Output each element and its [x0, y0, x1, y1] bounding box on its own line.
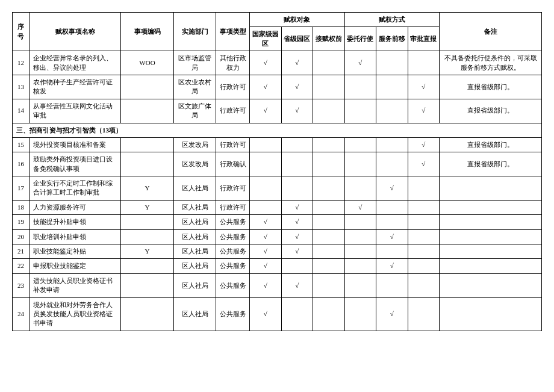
cell-obj1: √ [250, 99, 282, 123]
authority-table: 序号 赋权事项名称 事项编码 实施部门 事项类型 赋权对象 赋权方式 备注 国家… [12, 12, 542, 331]
table-row: 16鼓励类外商投资项目进口设备免税确认事项区发改局行政确认√直报省级部门。 [13, 152, 542, 176]
cell-note: 直报省级部门。 [440, 152, 542, 176]
cell-m2 [376, 99, 408, 123]
cell-m3 [408, 259, 440, 273]
cell-obj1 [250, 176, 282, 201]
cell-m2 [376, 244, 408, 259]
cell-obj2: √ [281, 99, 313, 123]
cell-code [121, 297, 174, 331]
cell-seq: 17 [13, 176, 30, 201]
table-row: 12企业经营异常名录的列入、移出、异议的处理WOO区市场监管局其他行政权力√√√… [13, 51, 542, 75]
header-obj-group: 赋权对象 [250, 13, 345, 27]
cell-obj2: √ [281, 75, 313, 99]
cell-obj2 [281, 176, 313, 201]
cell-m1: √ [344, 200, 376, 214]
cell-note [440, 297, 542, 331]
header-obj3: 接赋权前 [313, 27, 345, 51]
cell-code: WOO [121, 51, 174, 75]
cell-note [440, 259, 542, 273]
cell-obj1: √ [250, 244, 282, 259]
cell-code: Y [121, 200, 174, 214]
cell-code [121, 137, 174, 152]
cell-dept: 区文旅广体局 [174, 99, 216, 123]
cell-m3: √ [408, 99, 440, 123]
cell-obj3 [313, 99, 345, 123]
cell-seq: 14 [13, 99, 30, 123]
cell-m1: √ [344, 51, 376, 75]
cell-code [121, 215, 174, 229]
cell-obj3 [313, 137, 345, 152]
cell-type: 行政许可 [216, 137, 250, 152]
table-row: 22申报职业技能鉴定区人社局公共服务√√ [13, 259, 542, 273]
table-row: 21职业技能鉴定补贴Y区人社局公共服务√√ [13, 244, 542, 259]
cell-code: Y [121, 244, 174, 259]
cell-type: 行政许可 [216, 99, 250, 123]
cell-obj1: √ [250, 215, 282, 229]
cell-obj2: √ [281, 273, 313, 297]
cell-code [121, 229, 174, 244]
cell-name: 企业实行不定时工作制和综合计算工时工作制审批 [30, 176, 121, 201]
cell-m1 [344, 176, 376, 201]
cell-seq: 24 [13, 297, 30, 331]
cell-dept: 区人社局 [174, 176, 216, 201]
table-row: 19技能提升补贴申领区人社局公共服务√√ [13, 215, 542, 229]
table-row: 13农作物种子生产经营许可证核发区农业农村局行政许可√√√直报省级部门。 [13, 75, 542, 99]
cell-type: 公共服务 [216, 215, 250, 229]
table-row: 24境外就业和对外劳务合作人员换发技能人员职业资格证书申请区人社局公共服务√√ [13, 297, 542, 331]
cell-seq: 20 [13, 229, 30, 244]
cell-note [440, 244, 542, 259]
cell-dept: 区人社局 [174, 200, 216, 214]
cell-m2 [376, 152, 408, 176]
cell-type: 公共服务 [216, 244, 250, 259]
cell-type: 公共服务 [216, 273, 250, 297]
cell-obj3 [313, 152, 345, 176]
cell-code [121, 273, 174, 297]
cell-code [121, 259, 174, 273]
table-row: 23遗失技能人员职业资格证书补发申请区人社局公共服务√√ [13, 273, 542, 297]
cell-obj2 [281, 137, 313, 152]
cell-obj3 [313, 229, 345, 244]
cell-m1 [344, 75, 376, 99]
cell-type: 公共服务 [216, 259, 250, 273]
header-code: 事项编码 [121, 13, 174, 51]
cell-m1 [344, 152, 376, 176]
cell-seq: 22 [13, 259, 30, 273]
cell-note [440, 273, 542, 297]
cell-m2 [376, 273, 408, 297]
cell-dept: 区人社局 [174, 215, 216, 229]
cell-m2: √ [376, 297, 408, 331]
cell-m2: √ [376, 229, 408, 244]
cell-name: 从事经营性互联网文化活动审批 [30, 99, 121, 123]
cell-code [121, 75, 174, 99]
cell-dept: 区发改局 [174, 137, 216, 152]
cell-note: 直报省级部门。 [440, 137, 542, 152]
cell-m3 [408, 51, 440, 75]
cell-m2 [376, 215, 408, 229]
cell-type: 行政许可 [216, 176, 250, 201]
cell-obj2 [281, 259, 313, 273]
cell-obj2: √ [281, 244, 313, 259]
cell-obj2: √ [281, 229, 313, 244]
cell-type: 其他行政权力 [216, 51, 250, 75]
cell-m2 [376, 51, 408, 75]
header-m3: 审批直报 [408, 27, 440, 51]
cell-obj3 [313, 297, 345, 331]
cell-m3 [408, 297, 440, 331]
table-row: 17企业实行不定时工作制和综合计算工时工作制审批Y区人社局行政许可√ [13, 176, 542, 201]
cell-obj2 [281, 297, 313, 331]
cell-type: 行政确认 [216, 152, 250, 176]
header-method-group: 赋权方式 [344, 13, 440, 27]
cell-obj3 [313, 273, 345, 297]
cell-obj3 [313, 75, 345, 99]
cell-m1 [344, 99, 376, 123]
cell-m2 [376, 137, 408, 152]
cell-m3: √ [408, 137, 440, 152]
cell-dept: 区农业农村局 [174, 75, 216, 99]
cell-seq: 21 [13, 244, 30, 259]
header-m2: 服务前移 [376, 27, 408, 51]
cell-note: 不具备委托行使条件的，可采取服务前移方式赋权。 [440, 51, 542, 75]
cell-obj2: √ [281, 200, 313, 214]
cell-m1 [344, 297, 376, 331]
cell-type: 行政许可 [216, 75, 250, 99]
cell-m3: √ [408, 152, 440, 176]
